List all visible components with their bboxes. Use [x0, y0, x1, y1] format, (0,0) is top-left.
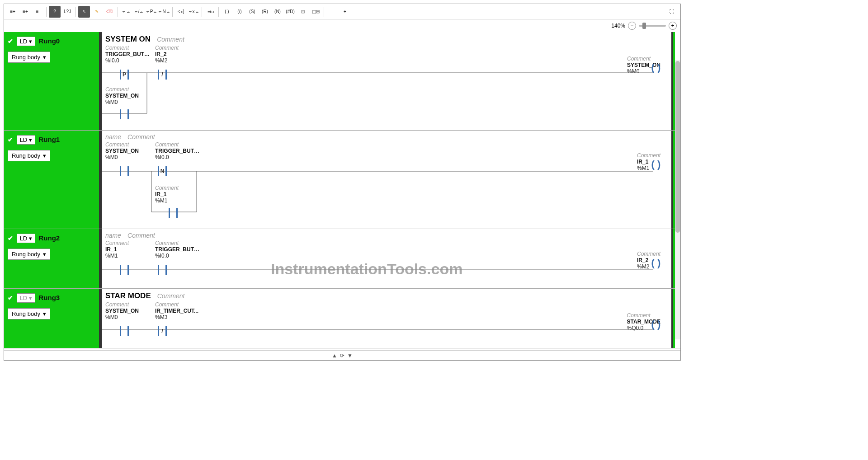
coil-comment[interactable]: Comment	[637, 251, 660, 257]
contact-name[interactable]: IR_TIMER_CUT...	[155, 308, 198, 314]
coil[interactable]: ( )	[650, 319, 662, 329]
fullscreen-button[interactable]: ⛶	[666, 6, 678, 18]
coil-reset-button[interactable]: (R)	[259, 6, 271, 18]
contact-name[interactable]: IR_1	[105, 246, 129, 253]
contact-p[interactable]: P	[118, 67, 131, 82]
coil[interactable]: ( )	[650, 63, 662, 73]
function-block-button[interactable]: ▢⊟	[310, 6, 321, 18]
rung-name-ph[interactable]: name	[105, 133, 121, 141]
contact-no[interactable]	[118, 164, 131, 178]
contact-name[interactable]: SYSTEM_ON	[105, 308, 139, 314]
coil-set-button[interactable]: (S)	[246, 6, 258, 18]
contact-comment[interactable]: Comment	[155, 301, 198, 308]
contact-comment[interactable]: Comment	[105, 86, 139, 93]
p-contact-button[interactable]: ⫟P⫠	[146, 6, 157, 18]
zoom-bar: 140% − +	[4, 19, 680, 32]
erase-tool-button[interactable]: ⌫	[104, 6, 115, 18]
pointer-tool-button[interactable]: ↖	[78, 6, 90, 18]
contact-name[interactable]: SYSTEM_ON	[105, 93, 139, 99]
contact-nc[interactable]: /	[156, 324, 169, 338]
contact-comment[interactable]: Comment	[155, 185, 179, 191]
coil[interactable]: ( )	[650, 160, 662, 169]
language-select[interactable]: LD ▾	[17, 293, 35, 303]
coil-d-button[interactable]: (#D)	[284, 6, 296, 18]
rung-name[interactable]: Rung3	[38, 294, 60, 301]
rung-body-select[interactable]: Rung body ▾	[8, 52, 50, 63]
contact-no[interactable]	[118, 324, 131, 338]
rung-name[interactable]: Rung2	[38, 234, 60, 242]
nc-contact-button[interactable]: ⫟/⫠	[133, 6, 145, 18]
redo-button[interactable]: L?J	[61, 6, 73, 18]
contact-no[interactable]	[118, 263, 131, 277]
rung-name[interactable]: Rung0	[38, 37, 60, 45]
collapse-down-icon[interactable]: ▼	[347, 352, 353, 359]
contact-name[interactable]: IR_2	[155, 51, 179, 57]
contact-n[interactable]: N	[156, 164, 169, 178]
contact-name[interactable]: TRIGGER_BUTT...	[155, 148, 200, 154]
ladder-editor[interactable]: InstrumentationTools.com ✔ LD ▾ Rung0 Ru…	[4, 32, 680, 350]
coil[interactable]: ( )	[650, 258, 662, 268]
delete-rung-button[interactable]: ≡-	[32, 6, 44, 18]
wide-contact-button[interactable]: ⫟x⫠	[188, 6, 199, 18]
no-contact-button[interactable]: ⫟⫠	[120, 6, 132, 18]
rung-body-select[interactable]: Rung body ▾	[8, 308, 50, 319]
rung-comment[interactable]: Comment	[127, 232, 155, 239]
contact-name[interactable]: SYSTEM_ON	[105, 148, 139, 154]
rung-title[interactable]: SYSTEM ON	[105, 35, 151, 44]
rung-comment[interactable]: Comment	[157, 36, 184, 43]
zoom-out-button[interactable]: −	[628, 22, 636, 30]
coil-neg-button[interactable]: (/)	[234, 6, 245, 18]
insert-rung-after-button[interactable]: ≡+	[19, 6, 31, 18]
coil-comment[interactable]: Comment	[627, 56, 660, 62]
zoom-slider[interactable]	[639, 25, 666, 27]
zoom-in-button[interactable]: +	[669, 22, 677, 30]
rung-comment[interactable]: Comment	[127, 133, 155, 141]
contact-no[interactable]	[167, 206, 179, 220]
collapse-up-icon[interactable]: ▲	[332, 352, 337, 359]
contact-comment[interactable]: Comment	[105, 141, 139, 148]
refresh-icon[interactable]: ⟳	[340, 352, 344, 359]
contact-comment[interactable]: Comment	[105, 240, 129, 246]
contact-no[interactable]	[156, 263, 169, 277]
draw-tool-button[interactable]: ✎	[91, 6, 103, 18]
rung-body-select[interactable]: Rung body ▾	[8, 249, 50, 260]
compare-block-button[interactable]: <∘]	[175, 6, 187, 18]
contact-no[interactable]	[118, 107, 131, 122]
zoom-in-toolbar-button[interactable]: +	[339, 6, 351, 18]
contact-comment[interactable]: Comment	[155, 141, 200, 148]
rung-canvas[interactable]: name Comment Comment IR_1 %M1 Comment TR…	[99, 229, 680, 288]
language-select[interactable]: LD ▾	[17, 135, 35, 145]
contact-comment[interactable]: Comment	[105, 301, 139, 308]
contact-name[interactable]: TRIGGER_BUTT...	[155, 246, 200, 253]
rung-title[interactable]: STAR MODE	[105, 291, 151, 300]
rung-name[interactable]: Rung1	[38, 136, 60, 143]
rung-comment[interactable]: Comment	[157, 292, 185, 300]
rung-canvas[interactable]: SYSTEM ON Comment Comment TRIGGER_BUTT..…	[99, 32, 680, 130]
contact-comment[interactable]: Comment	[105, 45, 151, 51]
scrollbar-thumb[interactable]	[675, 61, 680, 233]
undo-button[interactable]: -?-	[49, 6, 61, 18]
coil-comment[interactable]: Comment	[627, 312, 660, 319]
rung-canvas[interactable]: name Comment Comment SYSTEM_ON %M0 Comme…	[99, 131, 680, 229]
rung-name-ph[interactable]: name	[105, 232, 121, 239]
coil-comment[interactable]: Comment	[637, 152, 660, 159]
coil-button[interactable]: ( )	[221, 6, 233, 18]
contact-name[interactable]: IR_1	[155, 191, 179, 197]
coil-n-button[interactable]: (N)	[272, 6, 283, 18]
language-select[interactable]: LD ▾	[17, 37, 35, 46]
language-select[interactable]: LD ▾	[17, 234, 35, 243]
insert-rung-before-button[interactable]: ≡+	[7, 6, 19, 18]
operate-block-button[interactable]: ⊡	[297, 6, 309, 18]
contact-comment[interactable]: Comment	[155, 240, 200, 246]
vertical-scrollbar[interactable]	[675, 60, 680, 339]
contact-address: %I0.0	[105, 57, 151, 64]
rung-body-select[interactable]: Rung body ▾	[8, 150, 50, 161]
branch-button[interactable]: ⫤⊡	[204, 6, 216, 18]
contact-comment[interactable]: Comment	[155, 45, 179, 51]
contact-nc[interactable]: /	[156, 67, 169, 82]
zoom-out-toolbar-button[interactable]: -	[326, 6, 338, 18]
slider-thumb[interactable]	[642, 23, 646, 29]
contact-name[interactable]: TRIGGER_BUTT...	[105, 51, 151, 57]
rung-canvas[interactable]: STAR MODE Comment Comment SYSTEM_ON %M0 …	[99, 289, 680, 348]
n-contact-button[interactable]: ⫟N⫠	[158, 6, 170, 18]
